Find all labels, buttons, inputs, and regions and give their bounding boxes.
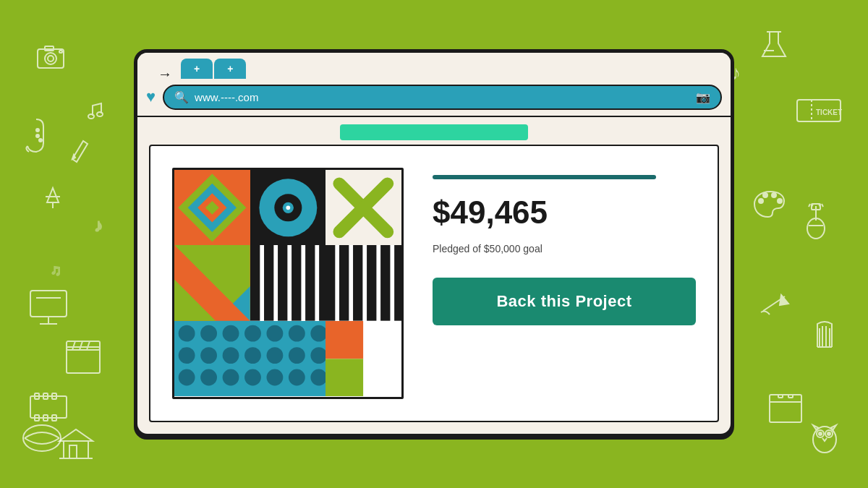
search-icon: 🔍 — [174, 90, 189, 104]
svg-rect-119 — [364, 359, 401, 396]
funding-bar — [433, 175, 656, 179]
svg-rect-31 — [797, 100, 841, 121]
svg-rect-10 — [30, 291, 67, 317]
svg-point-35 — [772, 193, 776, 197]
svg-rect-14 — [67, 347, 100, 373]
svg-rect-49 — [770, 395, 801, 422]
svg-point-113 — [266, 369, 283, 385]
svg-point-59 — [36, 134, 39, 137]
svg-rect-91 — [367, 245, 376, 321]
progress-bar — [340, 124, 528, 140]
svg-point-60 — [39, 139, 42, 142]
svg-point-99 — [266, 325, 283, 342]
svg-rect-4 — [59, 51, 62, 53]
svg-text:TICKET: TICKET — [816, 108, 842, 116]
svg-point-114 — [289, 369, 305, 385]
svg-point-95 — [179, 325, 195, 342]
svg-point-100 — [289, 325, 305, 342]
svg-rect-24 — [43, 415, 48, 421]
svg-point-2 — [48, 56, 54, 61]
svg-rect-3 — [45, 46, 54, 51]
svg-rect-93 — [394, 245, 401, 321]
svg-rect-118 — [326, 359, 363, 396]
svg-point-54 — [817, 430, 824, 437]
svg-rect-20 — [35, 393, 39, 399]
svg-point-98 — [244, 325, 261, 342]
svg-point-56 — [819, 432, 822, 435]
mosaic-cell-4 — [174, 245, 250, 321]
svg-point-71 — [286, 205, 290, 210]
svg-point-5 — [88, 114, 94, 119]
project-info: $49,465 Pledged of $50,000 goal Back thi… — [433, 168, 696, 325]
svg-point-53 — [813, 427, 836, 453]
svg-point-112 — [244, 369, 261, 385]
svg-rect-25 — [52, 415, 56, 421]
svg-point-57 — [827, 432, 830, 435]
svg-line-16 — [72, 341, 75, 350]
svg-point-55 — [825, 430, 833, 437]
svg-rect-26 — [64, 441, 88, 458]
browser-chrome: → + + ♥ 🔍 www.----.com 📷 — [137, 53, 731, 145]
address-text: www.----.com — [195, 91, 690, 103]
svg-rect-23 — [35, 415, 39, 421]
back-project-button[interactable]: Back this Project — [433, 278, 696, 325]
svg-point-36 — [778, 199, 782, 203]
svg-text:♫: ♫ — [51, 262, 61, 278]
svg-point-110 — [200, 369, 217, 385]
address-bar[interactable]: 🔍 www.----.com 📷 — [163, 85, 722, 110]
svg-line-43 — [822, 204, 823, 207]
svg-point-34 — [763, 193, 767, 197]
svg-point-33 — [759, 199, 763, 203]
svg-point-103 — [200, 347, 217, 364]
svg-point-6 — [97, 112, 103, 116]
tab-bar: → + + — [137, 53, 731, 79]
browser-content: $49,465 Pledged of $50,000 goal Back thi… — [149, 145, 719, 422]
svg-point-58 — [36, 129, 39, 132]
svg-rect-92 — [380, 245, 390, 321]
back-arrow[interactable]: → — [158, 66, 172, 82]
tab-2[interactable]: + — [214, 59, 246, 79]
svg-point-97 — [223, 325, 239, 342]
mosaic-cell-5 — [250, 245, 326, 321]
svg-rect-85 — [305, 245, 315, 321]
svg-point-96 — [200, 325, 217, 342]
heart-icon[interactable]: ♥ — [146, 87, 156, 106]
nav-bar: ♥ 🔍 www.----.com 📷 — [137, 79, 731, 117]
svg-rect-21 — [43, 393, 48, 399]
svg-rect-89 — [339, 245, 349, 321]
svg-rect-83 — [278, 245, 287, 321]
svg-rect-19 — [30, 396, 67, 418]
svg-rect-86 — [319, 245, 326, 321]
tab-2-label: + — [227, 63, 233, 74]
pledge-label: Pledged of $50,000 goal — [433, 243, 696, 254]
svg-rect-51 — [778, 395, 783, 398]
camera-icon: 📷 — [696, 90, 710, 104]
svg-rect-0 — [38, 49, 64, 68]
mosaic-cell-2 — [250, 170, 326, 246]
svg-point-105 — [244, 347, 261, 364]
svg-point-107 — [289, 347, 305, 364]
tab-1-label: + — [194, 63, 200, 74]
svg-text:♪: ♪ — [94, 215, 103, 235]
svg-rect-84 — [292, 245, 301, 321]
svg-rect-28 — [69, 445, 77, 458]
progress-banner — [137, 117, 731, 145]
svg-point-109 — [179, 369, 195, 385]
pledge-amount: $49,465 — [433, 197, 696, 228]
svg-line-42 — [819, 204, 820, 207]
svg-point-106 — [266, 347, 283, 364]
tab-1[interactable]: + — [181, 59, 213, 79]
mosaic-cell-3 — [326, 170, 401, 246]
svg-line-41 — [812, 204, 813, 207]
svg-rect-81 — [250, 245, 260, 321]
svg-rect-82 — [264, 245, 273, 321]
svg-rect-52 — [788, 395, 793, 398]
svg-point-111 — [223, 369, 239, 385]
mosaic-cell-1 — [174, 170, 250, 246]
svg-rect-116 — [326, 321, 363, 359]
svg-point-61 — [23, 425, 61, 451]
svg-point-1 — [45, 53, 56, 64]
project-image — [172, 168, 404, 399]
mosaic-cell-6 — [326, 245, 401, 321]
svg-line-40 — [809, 204, 810, 207]
